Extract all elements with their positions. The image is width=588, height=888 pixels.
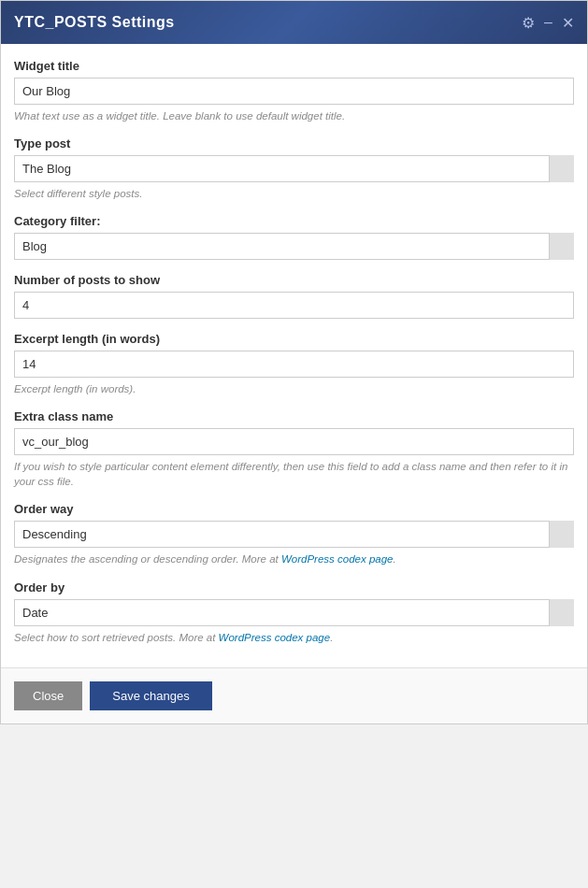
order-way-hint-suffix: . bbox=[394, 553, 396, 565]
save-changes-button[interactable]: Save changes bbox=[90, 681, 211, 710]
order-by-select[interactable]: Date Title Author Modified bbox=[14, 599, 574, 626]
order-by-label: Order by bbox=[14, 580, 574, 594]
order-by-hint-suffix: . bbox=[330, 632, 333, 643]
close-window-icon[interactable]: ✕ bbox=[562, 14, 574, 32]
extra-class-hint: If you wish to style particular content … bbox=[14, 459, 574, 489]
widget-title-hint: What text use as a widget title. Leave b… bbox=[14, 108, 574, 123]
category-filter-label: Category filter: bbox=[14, 214, 574, 228]
settings-content: Widget title What text use as a widget t… bbox=[1, 44, 587, 667]
order-way-label: Order way bbox=[14, 502, 574, 516]
type-post-group: Type post The Blog Grid List Select diff… bbox=[14, 136, 574, 201]
category-filter-select-wrapper: Blog News Events bbox=[14, 233, 574, 260]
excerpt-length-label: Excerpt length (in words) bbox=[14, 332, 574, 346]
settings-window: YTC_POSTS Settings ⚙ – ✕ Widget title Wh… bbox=[0, 0, 588, 724]
excerpt-length-hint: Excerpt length (in words). bbox=[14, 381, 574, 396]
close-button[interactable]: Close bbox=[14, 681, 82, 710]
num-posts-label: Number of posts to show bbox=[14, 273, 574, 287]
footer: Close Save changes bbox=[1, 667, 587, 723]
widget-title-label: Widget title bbox=[14, 59, 574, 73]
widget-title-group: Widget title What text use as a widget t… bbox=[14, 59, 574, 123]
type-post-select-wrapper: The Blog Grid List bbox=[14, 155, 574, 182]
excerpt-length-input[interactable] bbox=[14, 351, 574, 378]
order-by-select-wrapper: Date Title Author Modified bbox=[14, 599, 574, 626]
order-way-hint: Designates the ascending or descending o… bbox=[14, 551, 574, 566]
order-by-hint-link[interactable]: WordPress codex page bbox=[219, 632, 331, 643]
order-by-hint: Select how to sort retrieved posts. More… bbox=[14, 630, 574, 645]
order-way-hint-prefix: Designates the ascending or descending o… bbox=[14, 553, 281, 565]
order-by-hint-prefix: Select how to sort retrieved posts. More… bbox=[14, 632, 219, 643]
order-way-group: Order way Descending Ascending Designate… bbox=[14, 502, 574, 566]
type-post-label: Type post bbox=[14, 136, 574, 150]
extra-class-input[interactable] bbox=[14, 428, 574, 455]
titlebar: YTC_POSTS Settings ⚙ – ✕ bbox=[1, 1, 587, 44]
category-filter-group: Category filter: Blog News Events bbox=[14, 214, 574, 260]
order-way-select[interactable]: Descending Ascending bbox=[14, 521, 574, 548]
num-posts-group: Number of posts to show bbox=[14, 273, 574, 319]
num-posts-input[interactable] bbox=[14, 292, 574, 319]
type-post-select[interactable]: The Blog Grid List bbox=[14, 155, 574, 182]
order-way-select-wrapper: Descending Ascending bbox=[14, 521, 574, 548]
type-post-hint: Select different style posts. bbox=[14, 186, 574, 201]
window-title: YTC_POSTS Settings bbox=[14, 14, 175, 31]
order-by-group: Order by Date Title Author Modified Sele… bbox=[14, 580, 574, 645]
extra-class-label: Extra class name bbox=[14, 409, 574, 423]
order-way-hint-link[interactable]: WordPress codex page bbox=[281, 553, 394, 565]
category-filter-select[interactable]: Blog News Events bbox=[14, 233, 574, 260]
widget-title-input[interactable] bbox=[14, 78, 574, 105]
excerpt-length-group: Excerpt length (in words) Excerpt length… bbox=[14, 332, 574, 396]
window-controls: ⚙ – ✕ bbox=[522, 14, 574, 32]
extra-class-group: Extra class name If you wish to style pa… bbox=[14, 409, 574, 489]
minimize-icon[interactable]: – bbox=[544, 14, 552, 31]
gear-icon[interactable]: ⚙ bbox=[522, 14, 535, 32]
